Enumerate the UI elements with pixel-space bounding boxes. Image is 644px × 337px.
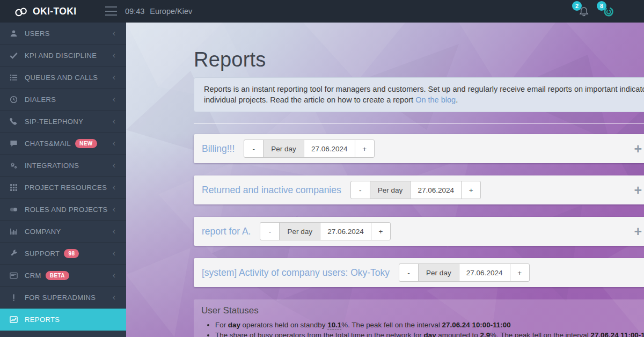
brand-name: OKI-TOKI [33,6,77,17]
sidebar-item-company[interactable]: COMPANY‹ [0,221,126,243]
cloud-logo-icon [14,6,28,17]
report-title[interactable]: Returned and inactive companies [202,185,341,196]
hamburger-menu-icon[interactable] [105,6,117,16]
chevron-left-icon: ‹ [113,161,115,170]
sidebar-badge: 98 [64,249,79,258]
chevron-left-icon: ‹ [113,183,115,192]
line-chart-icon [10,316,19,324]
phone-icon [10,118,19,126]
report-title[interactable]: report for A. [202,226,251,237]
sidebar-item-project-resources[interactable]: PROJECT RESOURCES‹ [0,177,126,199]
status-list: For day operators held on standby 10.1%.… [201,320,643,337]
topbar: OKI-TOKI 09:43 Europe/Kiev 2 8 [0,0,644,23]
clock-icon [10,96,19,104]
sidebar-item-chats-mail[interactable]: CHATS&MAILNEW‹ [0,133,126,155]
add-report-icon[interactable]: + [634,184,642,197]
add-report-icon[interactable]: + [634,142,642,156]
period-date-button[interactable]: 27.06.2024 [410,181,462,199]
period-minus-button[interactable]: - [350,181,370,199]
sidebar-item-label: REPORTS [25,316,60,324]
sidebar-item-label: ROLES AND PROJECTS [25,206,108,214]
sidebar-item-label: INTEGRATIONS [25,162,79,170]
report-period-controls: -Per day27.06.2024+ [244,140,375,158]
sidebar-item-integrations[interactable]: INTEGRATIONS‹ [0,155,126,177]
toggle-icon [10,206,19,214]
sidebar-item-label: SIP-TELEPHONY [25,118,83,126]
report-row: Returned and inactive companies-Per day2… [194,175,644,204]
report-title[interactable]: Billing!!! [202,143,235,155]
sidebar-item-kpi-and-discipline[interactable]: KPI AND DISCIPLINE‹ [0,45,126,67]
period-plus-button[interactable]: + [355,140,375,158]
clock: 09:43 Europe/Kiev [125,0,192,23]
crm-icon [10,272,19,280]
sidebar-item-label: CHATS&MAIL [25,140,71,148]
timezone-value: Europe/Kiev [150,7,192,16]
chevron-left-icon: ‹ [113,227,115,236]
report-list: Billing!!!-Per day27.06.2024++Returned a… [194,134,644,287]
main-content: Reports Reports is an instant reporting … [126,23,644,337]
brand-logo[interactable]: OKI-TOKI [14,0,77,23]
chat-icon [10,140,19,148]
blog-link[interactable]: On the blog [415,96,456,104]
sidebar-item-dialers[interactable]: DIALERS‹ [0,89,126,111]
report-body-panel: User Statuses For day operators held on … [194,299,644,337]
gears-icon [10,162,19,170]
chevron-left-icon: ‹ [113,249,115,258]
sidebar-item-reports[interactable]: REPORTS [0,309,126,331]
intro-box: Reports is an instant reporting tool for… [194,77,644,112]
exclamation-icon [10,294,19,302]
period-minus-button[interactable]: - [399,263,419,282]
chevron-left-icon: ‹ [113,293,115,302]
chevron-left-icon: ‹ [113,29,115,38]
status-bullet: The share of busy operators from the tot… [215,331,643,337]
sidebar-item-queues-and-calls[interactable]: QUEUES AND CALLS‹ [0,67,126,89]
period-date-button[interactable]: 27.06.2024 [304,140,355,158]
content-divider [194,123,644,124]
sidebar-item-sip-telephony[interactable]: SIP-TELEPHONY‹ [0,111,126,133]
sidebar-item-label: PROJECT RESOURCES [25,184,107,192]
page-title: Reports [194,48,644,71]
sidebar-item-label: CRM [25,272,41,280]
period-plus-button[interactable]: + [461,181,481,199]
sidebar-item-roles-and-projects[interactable]: ROLES AND PROJECTS‹ [0,199,126,221]
chevron-left-icon: ‹ [113,139,115,148]
list-icon [10,74,19,82]
add-report-icon[interactable]: + [634,225,642,238]
period-minus-button[interactable]: - [260,222,280,240]
bar-chart-icon [10,228,19,236]
sidebar-item-label: DIALERS [25,96,56,104]
period-mode-button[interactable]: Per day [370,181,411,199]
notifications-count-badge: 2 [572,1,582,11]
sidebar-item-users[interactable]: USERS‹ [0,23,126,45]
sync-status-button[interactable]: 8 [602,4,616,20]
sidebar-item-label: FOR SUPERADMINS [25,294,96,302]
period-plus-button[interactable]: + [510,263,530,282]
period-minus-button[interactable]: - [244,140,264,158]
period-mode-button[interactable]: Per day [418,263,459,282]
report-period-controls: -Per day27.06.2024+ [399,263,530,282]
sidebar-badge: BETA [46,271,69,280]
period-date-button[interactable]: 27.06.2024 [320,222,371,240]
time-value: 09:43 [125,7,144,16]
sidebar-item-label: SUPPORT [25,250,60,258]
chevron-left-icon: ‹ [113,95,115,104]
period-date-button[interactable]: 27.06.2024 [459,263,510,282]
sidebar-item-for-superadmins[interactable]: FOR SUPERADMINS‹ [0,287,126,309]
report-row: report for A.-Per day27.06.2024++ [194,217,644,246]
report-title[interactable]: [system] Activity of company users: Oky-… [202,267,390,279]
period-mode-button[interactable]: Per day [263,140,304,158]
report-period-controls: -Per day27.06.2024+ [350,181,481,199]
report-row: Billing!!!-Per day27.06.2024++ [194,134,644,163]
period-plus-button[interactable]: + [371,222,391,240]
chevron-left-icon: ‹ [113,51,115,60]
period-mode-button[interactable]: Per day [279,222,320,240]
sidebar-item-label: USERS [25,30,50,38]
sidebar-item-crm[interactable]: CRMBETA‹ [0,265,126,287]
sidebar-badge: NEW [75,139,97,148]
check-icon [10,52,19,60]
sidebar-item-label: QUEUES AND CALLS [25,74,98,82]
sidebar-item-support[interactable]: SUPPORT98‹ [0,243,126,265]
user-icon [10,30,19,38]
notifications-bell-button[interactable]: 2 [577,4,591,20]
chevron-left-icon: ‹ [113,117,115,126]
